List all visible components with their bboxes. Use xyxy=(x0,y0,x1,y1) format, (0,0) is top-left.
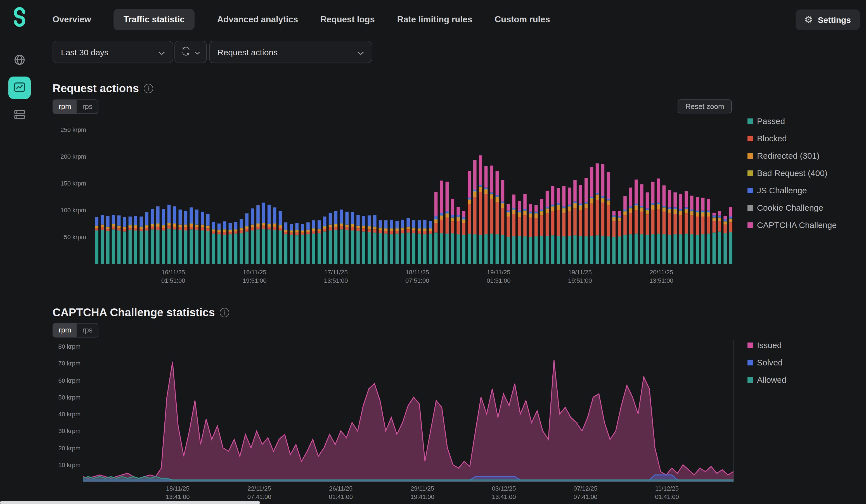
nav-item-rate-limiting-rules[interactable]: Rate limiting rules xyxy=(397,14,473,25)
x-tick-label: 26/11/2501:41:00 xyxy=(329,484,353,501)
x-tick-label: 20/11/2513:51:00 xyxy=(650,268,674,285)
nav-item-advanced-analytics[interactable]: Advanced analytics xyxy=(217,14,298,25)
y-tick-label: 40 krpm xyxy=(58,411,81,417)
legend-swatch xyxy=(747,342,753,348)
x-tick-label: 03/12/2513:41:00 xyxy=(492,484,516,501)
y-tick-label: 50 krpm xyxy=(64,234,86,240)
legend-item[interactable]: JS Challenge xyxy=(747,182,837,199)
legend-item[interactable]: Passed xyxy=(747,112,837,130)
legend-label: Blocked xyxy=(757,134,787,143)
x-tick-label: 19/11/2519:51:00 xyxy=(568,268,592,285)
legend-item[interactable]: Redirected (301) xyxy=(747,147,837,164)
legend-item[interactable]: Blocked xyxy=(747,130,837,147)
legend-label: Solved xyxy=(757,358,783,367)
x-tick-label: 16/11/2519:51:00 xyxy=(243,268,267,285)
y-tick-label: 60 krpm xyxy=(58,377,81,384)
nav-item-traffic-statistic[interactable]: Traffic statistic xyxy=(113,9,195,30)
settings-button[interactable]: ⚙ Settings xyxy=(795,10,860,30)
sidebar-item-rules[interactable] xyxy=(8,104,31,126)
unit-rpm-button[interactable]: rpm xyxy=(53,324,77,337)
y-axis-labels: 10 krpm20 krpm30 krpm40 krpm50 krpm60 kr… xyxy=(46,340,80,482)
request-actions-chart[interactable] xyxy=(94,123,733,264)
y-tick-label: 250 krpm xyxy=(60,126,86,133)
unit-rpm-button[interactable]: rpm xyxy=(53,100,77,113)
x-tick-label: 19/11/2501:51:00 xyxy=(487,268,511,285)
reset-zoom-button[interactable]: Reset zoom xyxy=(678,99,732,113)
legend-swatch xyxy=(747,377,753,382)
unit-rps-button[interactable]: rps xyxy=(77,100,98,113)
app-root: OverviewTraffic statisticAdvanced analyt… xyxy=(0,0,866,504)
refresh-control[interactable] xyxy=(175,41,207,63)
y-tick-label: 50 krpm xyxy=(58,394,81,401)
unit-rps-button[interactable]: rps xyxy=(77,324,98,337)
x-axis-labels: 16/11/2501:51:0016/11/2519:51:0017/11/25… xyxy=(94,268,733,288)
nav-item-request-logs[interactable]: Request logs xyxy=(320,14,375,25)
sidebar-item-globe[interactable] xyxy=(8,49,31,71)
x-tick-label: 18/11/2507:51:00 xyxy=(405,268,429,285)
refresh-icon xyxy=(181,46,191,58)
chevron-down-icon xyxy=(158,47,165,57)
legend-swatch xyxy=(747,153,753,158)
gear-icon: ⚙ xyxy=(804,15,813,25)
legend-item[interactable]: Cookie Challenge xyxy=(747,199,837,216)
legend-swatch xyxy=(747,170,753,176)
x-tick-label: 22/11/2507:41:00 xyxy=(247,484,271,501)
sidebar xyxy=(0,39,39,126)
info-icon[interactable]: i xyxy=(144,84,154,93)
legend-swatch xyxy=(747,118,753,124)
section-title-text: Request actions xyxy=(53,82,139,95)
globe-icon xyxy=(13,53,26,68)
y-tick-label: 200 krpm xyxy=(60,153,86,160)
legend-label: Bad Request (400) xyxy=(757,168,828,178)
captcha-statistics-chart[interactable] xyxy=(83,340,734,482)
section-title-text: CAPTCHA Challenge statistics xyxy=(53,306,215,319)
x-tick-label: 16/11/2501:51:00 xyxy=(161,268,185,285)
info-icon[interactable]: i xyxy=(220,308,230,317)
legend-label: Redirected (301) xyxy=(757,151,819,160)
y-tick-label: 150 krpm xyxy=(60,180,86,187)
x-tick-label: 18/11/2513:41:00 xyxy=(166,484,190,501)
nav-item-custom-rules[interactable]: Custom rules xyxy=(495,14,550,25)
x-tick-label: 11/12/2501:41:00 xyxy=(655,484,679,501)
legend-item[interactable]: Solved xyxy=(747,354,786,371)
server-rows-icon xyxy=(13,108,26,123)
legend-swatch xyxy=(747,205,753,210)
y-axis-labels: 50 krpm100 krpm150 krpm200 krpm250 krpm xyxy=(49,123,86,264)
chart-frame-icon xyxy=(13,80,26,95)
y-tick-label: 80 krpm xyxy=(58,343,81,350)
logo-swirl-icon xyxy=(8,7,31,31)
sidebar-item-traffic-statistic[interactable] xyxy=(8,77,31,99)
app-logo[interactable] xyxy=(7,6,32,31)
y-tick-label: 30 krpm xyxy=(58,428,81,435)
y-tick-label: 70 krpm xyxy=(58,360,81,367)
unit-toggle: rpmrps xyxy=(53,99,99,114)
horizontal-scrollbar-thumb[interactable] xyxy=(0,501,260,504)
legend-swatch xyxy=(747,360,753,365)
metric-value: Request actions xyxy=(218,47,278,57)
legend-swatch xyxy=(747,188,753,193)
legend-label: Issued xyxy=(757,340,781,350)
nav-item-overview[interactable]: Overview xyxy=(53,14,91,25)
x-tick-label: 07/12/2507:41:00 xyxy=(574,484,598,501)
x-tick-label: 17/11/2513:51:00 xyxy=(324,268,348,285)
section-title: Request actions i xyxy=(53,82,154,95)
main-nav: OverviewTraffic statisticAdvanced analyt… xyxy=(53,0,550,39)
legend-item[interactable]: Issued xyxy=(747,336,786,354)
legend-swatch xyxy=(747,135,753,141)
x-tick-label: 29/11/2519:41:00 xyxy=(410,484,434,501)
section-title: CAPTCHA Challenge statistics i xyxy=(53,306,230,319)
legend-label: CAPTCHA Challenge xyxy=(757,220,837,229)
chevron-down-icon xyxy=(195,47,200,57)
legend-item[interactable]: CAPTCHA Challenge xyxy=(747,216,837,234)
legend-item[interactable]: Allowed xyxy=(747,371,786,388)
metric-select[interactable]: Request actions xyxy=(209,41,372,63)
chevron-down-icon xyxy=(357,47,364,57)
date-range-select[interactable]: Last 30 days xyxy=(53,41,173,63)
legend: IssuedSolvedAllowed xyxy=(747,336,786,388)
top-nav: OverviewTraffic statisticAdvanced analyt… xyxy=(0,0,866,39)
legend-label: JS Challenge xyxy=(757,186,807,195)
unit-toggle: rpmrps xyxy=(53,323,99,337)
legend-label: Cookie Challenge xyxy=(757,203,823,212)
legend-label: Passed xyxy=(757,116,785,126)
legend-item[interactable]: Bad Request (400) xyxy=(747,164,837,182)
